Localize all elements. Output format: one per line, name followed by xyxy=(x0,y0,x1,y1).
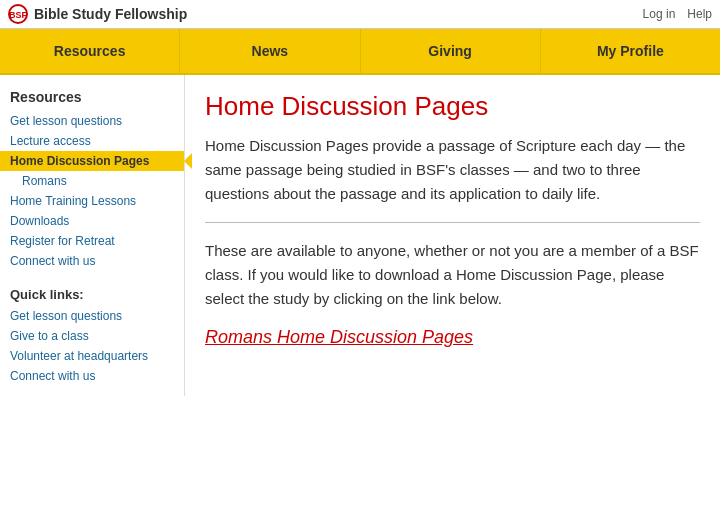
page-title: Home Discussion Pages xyxy=(205,91,700,122)
quicklink-volunteer[interactable]: Volunteer at headquarters xyxy=(0,346,184,366)
quicklink-give-to-class[interactable]: Give to a class xyxy=(0,326,184,346)
quick-links-heading: Quick links: xyxy=(0,279,184,306)
sidebar-link-get-lesson[interactable]: Get lesson questions xyxy=(0,111,184,131)
nav-myprofile[interactable]: My Profile xyxy=(541,29,720,73)
svg-text:BSF: BSF xyxy=(9,10,28,20)
content-divider xyxy=(205,222,700,223)
help-link[interactable]: Help xyxy=(687,7,712,21)
logo-area: BSF Bible Study Fellowship xyxy=(8,4,187,24)
header-right: Log in Help xyxy=(643,7,712,21)
sidebar-divider xyxy=(0,271,184,279)
nav-giving[interactable]: Giving xyxy=(361,29,541,73)
quicklink-connect[interactable]: Connect with us xyxy=(0,366,184,386)
sidebar-link-romans[interactable]: Romans xyxy=(0,171,184,191)
navbar: Resources News Giving My Profile xyxy=(0,29,720,75)
sidebar-link-home-discussion[interactable]: Home Discussion Pages xyxy=(0,151,184,171)
login-link[interactable]: Log in xyxy=(643,7,676,21)
sidebar-link-connect[interactable]: Connect with us xyxy=(0,251,184,271)
content-area: Home Discussion Pages Home Discussion Pa… xyxy=(185,75,720,396)
nav-news[interactable]: News xyxy=(180,29,360,73)
sidebar-link-register-retreat[interactable]: Register for Retreat xyxy=(0,231,184,251)
main-content: Resources Get lesson questions Lecture a… xyxy=(0,75,720,396)
sidebar: Resources Get lesson questions Lecture a… xyxy=(0,75,185,396)
body-paragraph: These are available to anyone, whether o… xyxy=(205,239,700,311)
sidebar-link-lecture-access[interactable]: Lecture access xyxy=(0,131,184,151)
logo-text: Bible Study Fellowship xyxy=(34,6,187,22)
sidebar-link-home-training[interactable]: Home Training Lessons xyxy=(0,191,184,211)
sidebar-link-downloads[interactable]: Downloads xyxy=(0,211,184,231)
bsf-logo-icon: BSF xyxy=(8,4,28,24)
quicklink-get-lesson[interactable]: Get lesson questions xyxy=(0,306,184,326)
nav-resources[interactable]: Resources xyxy=(0,29,180,73)
romans-home-discussion-link[interactable]: Romans Home Discussion Pages xyxy=(205,327,473,347)
intro-paragraph: Home Discussion Pages provide a passage … xyxy=(205,134,700,206)
sidebar-resources-heading: Resources xyxy=(0,85,184,111)
header: BSF Bible Study Fellowship Log in Help xyxy=(0,0,720,29)
